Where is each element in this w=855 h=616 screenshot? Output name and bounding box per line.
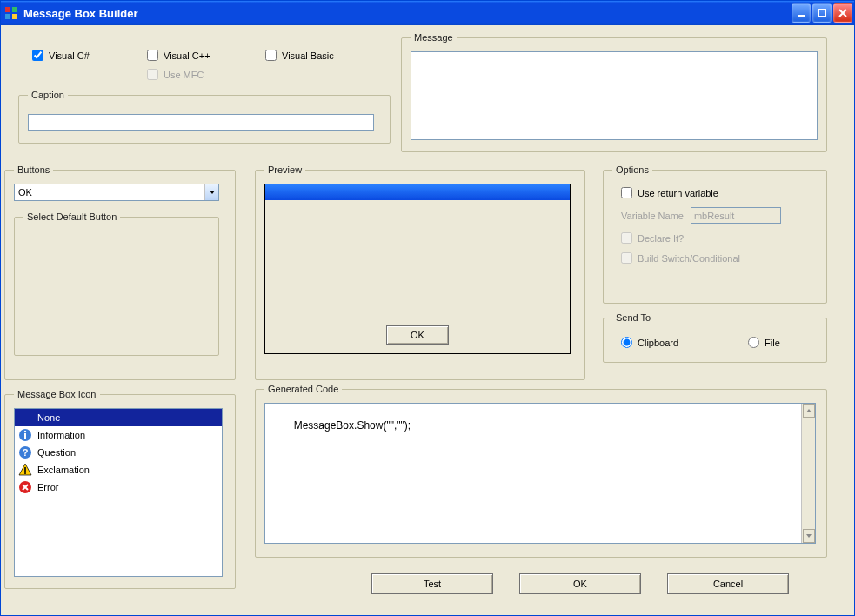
- scroll-down-icon[interactable]: [803, 529, 815, 543]
- svg-rect-2: [5, 14, 10, 19]
- lang-csharp-input[interactable]: [32, 50, 43, 61]
- switch-checkbox: Build Switch/Conditional: [621, 252, 818, 264]
- icon-listbox[interactable]: None Information ? Question: [14, 408, 223, 577]
- variable-name-label: Variable Name: [621, 211, 684, 221]
- default-button-group: Select Default Button: [14, 211, 219, 356]
- icon-item-label: Information: [37, 430, 85, 440]
- svg-rect-11: [24, 467, 26, 472]
- options-group: Options Use return variable Variable Nam…: [603, 164, 827, 304]
- test-button[interactable]: Test: [371, 573, 493, 594]
- sendto-file-radio[interactable]: File: [748, 337, 780, 348]
- icon-item-error[interactable]: Error: [15, 479, 222, 496]
- minimize-button[interactable]: [792, 3, 811, 23]
- message-group: Message: [401, 32, 827, 152]
- use-mfc-checkbox: Use MFC: [147, 69, 204, 80]
- buttons-legend: Buttons: [14, 164, 53, 175]
- lang-cpp-label: Visual C++: [164, 50, 210, 61]
- chevron-down-icon: [204, 184, 218, 200]
- lang-cpp-input[interactable]: [147, 50, 158, 61]
- cancel-button[interactable]: Cancel: [667, 573, 789, 594]
- client-area: Visual C# Visual C++ Visual Basic Use MF…: [1, 25, 854, 615]
- icon-item-label: Error: [37, 482, 58, 492]
- use-mfc-input: [147, 69, 158, 80]
- preview-titlebar: [265, 184, 570, 200]
- default-button-legend: Select Default Button: [23, 211, 120, 222]
- error-icon: [18, 480, 32, 494]
- maximize-button[interactable]: [812, 3, 832, 23]
- caption-group: Caption: [18, 90, 391, 144]
- svg-point-12: [24, 472, 26, 474]
- icon-item-label: Question: [37, 447, 76, 458]
- message-textarea[interactable]: [411, 51, 818, 140]
- window-title: Message Box Builder: [23, 7, 790, 20]
- scrollbar[interactable]: [801, 404, 815, 543]
- preview-msgbox: OK: [264, 184, 571, 354]
- none-icon: [18, 411, 32, 425]
- icon-item-label: None: [37, 412, 60, 423]
- icon-group: Message Box Icon None Information ? Qu: [4, 389, 236, 589]
- buttons-group: Buttons OK Select Default Button: [4, 164, 236, 380]
- icon-item-exclamation[interactable]: Exclamation: [15, 461, 222, 479]
- sendto-clipboard-input[interactable]: [621, 337, 632, 348]
- close-button[interactable]: [833, 3, 852, 23]
- switch-input: [621, 252, 632, 264]
- svg-point-8: [24, 431, 26, 432]
- titlebar: Message Box Builder: [1, 1, 854, 25]
- app-icon: [4, 6, 18, 20]
- use-return-label: Use return variable: [638, 188, 718, 198]
- svg-rect-7: [24, 433, 26, 439]
- svg-rect-0: [5, 7, 10, 12]
- lang-vb-label: Visual Basic: [282, 50, 334, 61]
- declare-label: Declare It?: [638, 233, 684, 244]
- variable-name-input: [691, 207, 781, 224]
- ok-button[interactable]: OK: [519, 573, 641, 594]
- svg-rect-4: [798, 15, 805, 17]
- code-textarea[interactable]: MessageBox.Show("","");: [264, 403, 816, 544]
- exclamation-icon: [18, 463, 32, 477]
- icon-legend: Message Box Icon: [14, 389, 100, 399]
- use-mfc-label: Use MFC: [164, 70, 204, 80]
- lang-csharp-checkbox[interactable]: Visual C#: [32, 50, 90, 61]
- svg-rect-1: [12, 7, 17, 12]
- buttons-dropdown[interactable]: OK: [14, 184, 219, 201]
- svg-rect-5: [818, 10, 825, 17]
- sendto-file-input[interactable]: [748, 337, 759, 348]
- caption-legend: Caption: [28, 90, 68, 100]
- svg-rect-3: [12, 14, 17, 19]
- sendto-legend: Send To: [612, 312, 654, 323]
- switch-label: Build Switch/Conditional: [638, 253, 740, 264]
- options-legend: Options: [612, 164, 652, 175]
- code-legend: Generated Code: [264, 384, 342, 394]
- code-text: MessageBox.Show("","");: [294, 419, 411, 432]
- info-icon: [18, 428, 32, 442]
- icon-item-label: Exclamation: [37, 465, 90, 475]
- icon-item-question[interactable]: ? Question: [15, 444, 222, 461]
- icon-item-none[interactable]: None: [15, 409, 222, 426]
- declare-input: [621, 232, 632, 244]
- question-icon: ?: [18, 445, 32, 459]
- preview-ok-button[interactable]: OK: [386, 325, 449, 345]
- lang-csharp-label: Visual C#: [49, 50, 90, 61]
- lang-vb-checkbox[interactable]: Visual Basic: [265, 50, 334, 61]
- caption-input[interactable]: [28, 114, 374, 131]
- sendto-file-label: File: [765, 338, 780, 348]
- scroll-up-icon[interactable]: [803, 404, 815, 418]
- sendto-clipboard-radio[interactable]: Clipboard: [621, 337, 678, 348]
- sendto-group: Send To Clipboard File: [603, 312, 827, 363]
- preview-group: Preview OK: [255, 164, 585, 380]
- icon-item-information[interactable]: Information: [15, 426, 222, 444]
- buttons-dropdown-value: OK: [18, 187, 32, 198]
- lang-vb-input[interactable]: [265, 50, 277, 61]
- declare-checkbox: Declare It?: [621, 232, 818, 244]
- svg-text:?: ?: [23, 447, 29, 458]
- app-window: Message Box Builder Visual C# Visual C++…: [0, 0, 855, 616]
- preview-legend: Preview: [264, 164, 305, 175]
- message-legend: Message: [411, 32, 457, 43]
- code-group: Generated Code MessageBox.Show("","");: [255, 384, 827, 558]
- use-return-input[interactable]: [621, 187, 632, 198]
- sendto-clipboard-label: Clipboard: [638, 338, 678, 348]
- use-return-checkbox[interactable]: Use return variable: [621, 187, 818, 198]
- lang-cpp-checkbox[interactable]: Visual C++: [147, 50, 210, 61]
